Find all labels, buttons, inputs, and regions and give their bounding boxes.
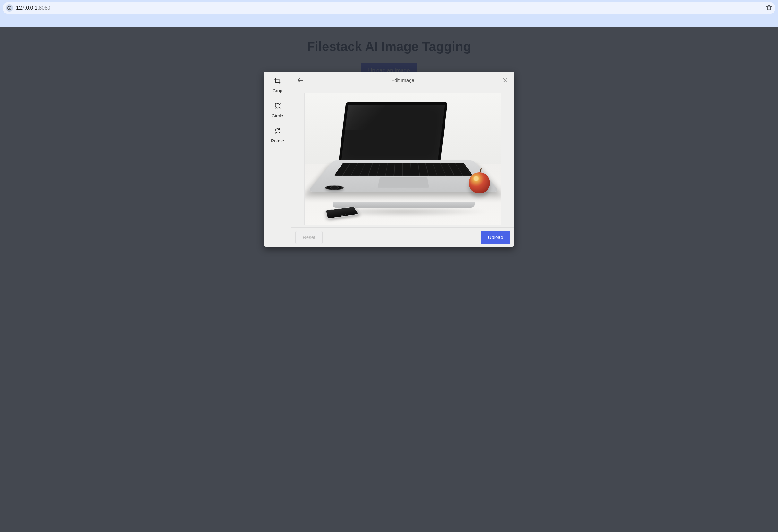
site-info-icon[interactable] xyxy=(6,4,13,12)
reset-button[interactable]: Reset xyxy=(295,231,323,244)
modal-main: Edit Image xyxy=(292,72,514,247)
apple-graphic xyxy=(468,169,491,193)
laptop-graphic xyxy=(340,102,446,210)
tool-crop[interactable]: Crop xyxy=(273,77,282,93)
back-arrow-icon[interactable] xyxy=(296,76,305,85)
modal-overlay: Crop Circle Rotate Edit Image xyxy=(0,27,778,532)
rotate-icon xyxy=(274,127,281,136)
close-icon[interactable] xyxy=(501,76,510,85)
circle-icon xyxy=(274,102,281,111)
edit-image-modal: Crop Circle Rotate Edit Image xyxy=(264,72,514,247)
modal-tools-sidebar: Crop Circle Rotate xyxy=(264,72,292,247)
upload-button[interactable]: Upload xyxy=(481,231,510,244)
modal-body xyxy=(292,89,514,228)
url-bar[interactable]: 127.0.0.1:8080 xyxy=(3,2,775,14)
image-preview[interactable] xyxy=(304,93,501,225)
tool-rotate-label: Rotate xyxy=(271,138,284,144)
url-port: :8080 xyxy=(37,5,51,11)
svg-point-2 xyxy=(9,7,9,7)
svg-point-4 xyxy=(275,104,280,108)
tool-circle[interactable]: Circle xyxy=(272,102,284,118)
bookmark-star-icon[interactable] xyxy=(766,4,772,12)
crop-icon xyxy=(274,77,281,86)
modal-title: Edit Image xyxy=(305,77,501,83)
tool-rotate[interactable]: Rotate xyxy=(271,127,284,144)
url-text: 127.0.0.1:8080 xyxy=(16,5,51,11)
modal-footer: Reset Upload xyxy=(292,228,514,247)
url-host: 127.0.0.1 xyxy=(16,5,37,11)
modal-header: Edit Image xyxy=(292,72,514,89)
tool-circle-label: Circle xyxy=(272,113,284,118)
browser-chrome: 127.0.0.1:8080 xyxy=(0,0,778,27)
tool-crop-label: Crop xyxy=(273,88,282,93)
svg-marker-3 xyxy=(766,5,772,10)
